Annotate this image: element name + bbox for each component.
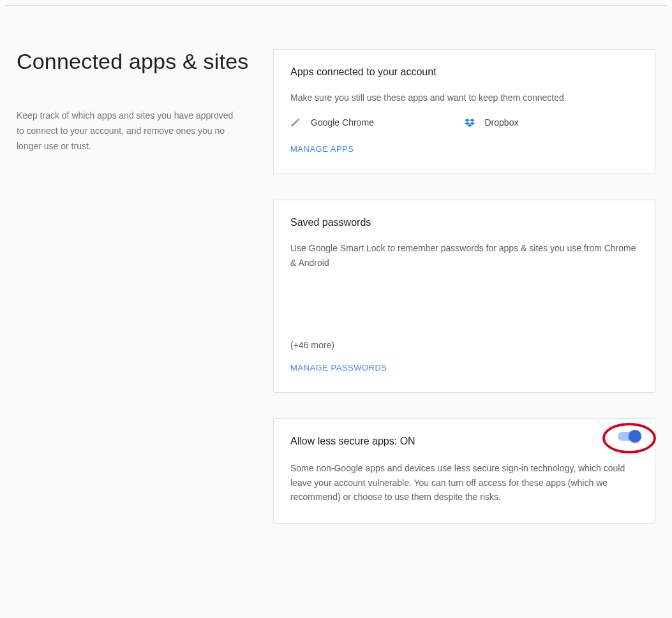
- left-column: Connected apps & sites Keep track of whi…: [17, 49, 273, 154]
- card-title-connected: Apps connected to your account: [290, 66, 638, 78]
- passwords-more-count: (+46 more): [290, 340, 638, 350]
- right-column: Apps connected to your account Make sure…: [273, 49, 655, 524]
- app-item-chrome[interactable]: Google Chrome: [290, 117, 465, 128]
- svg-marker-4: [470, 119, 475, 122]
- page-description: Keep track of which apps and sites you h…: [17, 108, 240, 154]
- card-title-passwords: Saved passwords: [290, 217, 638, 228]
- app-label-dropbox: Dropbox: [485, 117, 519, 128]
- dropbox-icon: [465, 117, 475, 128]
- page-container: Connected apps & sites Keep track of whi…: [0, 6, 672, 549]
- chrome-icon: [290, 117, 301, 128]
- app-item-dropbox[interactable]: Dropbox: [465, 117, 639, 128]
- card-desc-passwords: Use Google Smart Lock to remember passwo…: [290, 241, 638, 270]
- card-less-secure-apps: Allow less secure apps: ON Some non-Goog…: [273, 418, 655, 524]
- svg-marker-6: [470, 122, 475, 125]
- connected-apps-row: Google Chrome Dropbox: [290, 117, 638, 128]
- less-secure-toggle[interactable]: [618, 432, 639, 441]
- app-label-chrome: Google Chrome: [311, 117, 374, 128]
- card-desc-less-secure: Some non-Google apps and devices use les…: [290, 461, 638, 504]
- svg-marker-5: [465, 122, 470, 125]
- svg-marker-3: [465, 119, 470, 122]
- card-title-less-secure: Allow less secure apps: ON: [290, 436, 638, 447]
- page-title: Connected apps & sites: [17, 49, 273, 74]
- manage-apps-link[interactable]: MANAGE APPS: [290, 144, 354, 154]
- card-desc-connected: Make sure you still use these apps and w…: [290, 91, 638, 105]
- card-connected-apps: Apps connected to your account Make sure…: [273, 49, 655, 174]
- toggle-knob: [629, 430, 641, 443]
- manage-passwords-link[interactable]: MANAGE PASSWORDS: [290, 363, 387, 372]
- less-secure-toggle-holder: [618, 432, 639, 441]
- card-saved-passwords: Saved passwords Use Google Smart Lock to…: [273, 200, 655, 393]
